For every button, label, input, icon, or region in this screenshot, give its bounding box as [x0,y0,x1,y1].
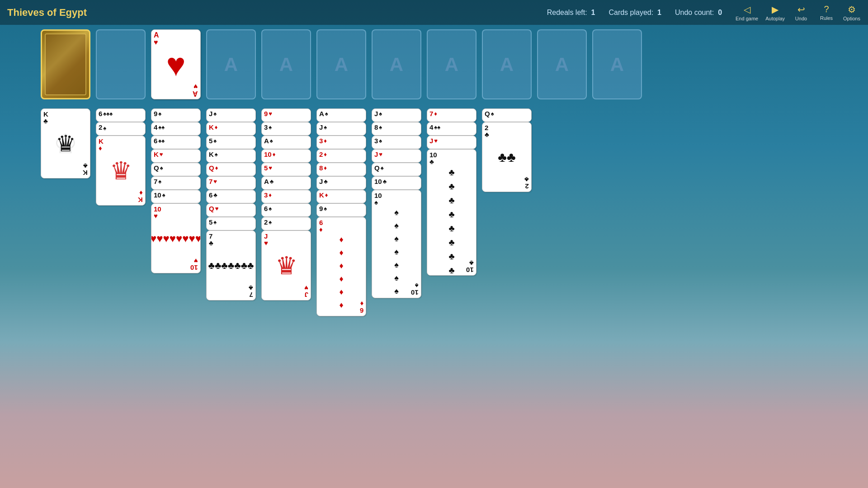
header: Thieves of Egypt Redeals left: 1 Cards p… [0,0,868,25]
c3-6s[interactable]: 6♠♠ [151,136,201,149]
c6-diamond-col[interactable]: 6♦ ♦ ♦ ♦ ♦ ♦ ♦ 6♦ [316,217,366,316]
tableau-col-5[interactable]: 9♥ 3♠ A♠ 10♦ 5♥ A♣ 3♦ 6♠ [261,108,311,425]
c8-clubs-col[interactable]: 10♣ ♣ ♣ ♣ ♣ ♣ ♣ ♣ ♣ 10♣ [427,149,476,276]
tableau-col-2[interactable]: 6 ♠♠♠ 2 ♠ K♦ K♦ ♛ [96,108,146,289]
card-back-inner [45,33,86,95]
c3-9s[interactable]: 9♠ [151,108,201,122]
foundation-slot-1[interactable] [96,29,146,99]
rules-label: Rules [820,15,833,21]
c4-ks[interactable]: K♠ [206,149,256,163]
undo-count-label: Undo count: [675,9,714,16]
foundation-row: A♥ ♥ A♥ A A A A A A A A [41,29,642,99]
cards-played-stat: Cards played: 1 [609,9,661,17]
tableau-col-9[interactable]: Q♠ 2♣ ♣♣ 2♣ [482,108,532,267]
c8-4s[interactable]: 4♠♠ [427,122,476,136]
undo-button[interactable]: ↩ Undo [792,4,810,21]
c8-jh3[interactable]: J♥ [427,136,476,149]
c5-2sp[interactable]: 2♠ [261,217,311,230]
toolbar: ◁ End game ▶ Autoplay ↩ Undo ? Rules ⚙ O… [736,4,861,21]
game-stats: Redeals left: 1 Cards played: 1 Undo cou… [547,9,722,17]
c7-js[interactable]: J♠ [372,108,421,122]
foundation-slot-4[interactable]: A [261,29,311,99]
foundation-slot-9[interactable]: A [537,29,587,99]
c7-3s[interactable]: 3♠ [372,136,421,149]
ace-center-suit: ♥ [166,46,186,83]
c6-kd2[interactable]: K♦ [316,190,366,203]
c5-9h[interactable]: 9♥ [261,108,311,122]
c5-3d[interactable]: 3♦ [261,190,311,203]
c7-jh2[interactable]: J♥ [372,149,421,163]
tableau: K♣ ♛ K♣ ♔ 6 ♠♠♠ 2 ♠ K♦ K♦ ♛ [41,108,532,425]
foundation-ace-hearts[interactable]: A♥ ♥ A♥ [151,29,201,99]
c4-7h[interactable]: 7♥ [206,176,256,190]
c4-5sp[interactable]: 5♠ [206,217,256,230]
tableau-col-4[interactable]: J♠ K♦ 5♠ K♠ Q♦ 7♥ 6♣ Q♥ [206,108,256,380]
c4-kd[interactable]: K♦ [206,122,256,136]
c6-2r[interactable]: 2♦ [316,149,366,163]
c7-qs[interactable]: Q♠ [372,163,421,176]
c5-ac[interactable]: A♣ [261,176,311,190]
c6-3r[interactable]: 3♦ [316,136,366,149]
foundation-slot-5[interactable]: A [316,29,366,99]
tableau-col-3[interactable]: 9♠ 4♠♠ 6♠♠ K♥ Q♠ 7♠ 10♠ 10♥ ♥♥♥♥♥♥♥♥♥♥ [151,108,201,334]
c3-qs[interactable]: Q♠ [151,163,201,176]
c6-as[interactable]: A♠ [316,108,366,122]
foundation-slot-10[interactable]: A [592,29,642,99]
c3-4s[interactable]: 4♠♠ [151,122,201,136]
c5-3s[interactable]: 3♠ [261,122,311,136]
c3-kh[interactable]: K♥ [151,149,201,163]
redeals-stat: Redeals left: 1 [547,9,595,17]
c5-jh[interactable]: J♥ ♛ J♥ [261,230,311,300]
tableau-col-1[interactable]: K♣ ♛ K♣ ♔ [41,108,90,244]
undo-icon: ↩ [797,4,805,15]
card-6-spades[interactable]: 6 ♠♠♠ [96,108,146,122]
tableau-col-8[interactable]: 7♦ 4♠♠ J♥ 10♣ ♣ ♣ ♣ ♣ ♣ ♣ ♣ ♣ [427,108,476,361]
autoplay-label: Autoplay [765,16,785,21]
c7-8s[interactable]: 8♠ [372,122,421,136]
c3-7s[interactable]: 7♠ [151,176,201,190]
c6-jc[interactable]: J♣ [316,176,366,190]
c4-5s[interactable]: 5♠ [206,136,256,149]
autoplay-button[interactable]: ▶ Autoplay [765,4,785,21]
options-button[interactable]: ⚙ Options [843,4,861,21]
redeals-label: Redeals left: [547,9,587,16]
c4-qh[interactable]: Q♥ [206,203,256,217]
c5-10d[interactable]: 10♦ [261,149,311,163]
c3-10h[interactable]: 10♥ ♥♥♥♥♥♥♥♥♥♥ 10♥ [151,203,201,273]
c3-10s[interactable]: 10♠ [151,190,201,203]
foundation-slot-3[interactable]: A [206,29,256,99]
end-game-label: End game [736,16,758,21]
card-2-spades[interactable]: 2 ♠ [96,122,146,136]
deck-pile[interactable] [41,29,90,99]
foundation-slot-8[interactable]: A [482,29,532,99]
c7-10s[interactable]: 10♣ [372,176,421,190]
c4-7c[interactable]: 7♣ ♣♣♣♣♣♣♣ 7♣ [206,230,256,300]
c5-as[interactable]: A♠ [261,136,311,149]
tableau-col-6[interactable]: A♠ J♠ 3♦ 2♦ 8♦ J♣ K♦ 9♠ [316,108,366,389]
cards-played-label: Cards played: [609,9,653,16]
c5-6sp[interactable]: 6♠ [261,203,311,217]
undo-count-value: 0 [718,9,722,16]
foundation-slot-7[interactable]: A [427,29,476,99]
c9-2c[interactable]: 2♣ ♣♣ 2♣ [482,122,532,192]
c6-js[interactable]: J♠ [316,122,366,136]
card-k-clubs[interactable]: K♣ ♛ K♣ ♔ [41,108,90,178]
redeals-value: 1 [591,9,595,16]
tableau-col-7[interactable]: J♠ 8♠ 3♠ J♥ Q♠ 10♣ 10♠ ♠ ♠ ♠ [372,108,421,371]
card-k-diamonds[interactable]: K♦ K♦ ♛ [96,136,146,206]
c9-qs[interactable]: Q♠ [482,108,532,122]
end-game-button[interactable]: ◁ End game [736,4,758,21]
c4-js[interactable]: J♠ [206,108,256,122]
c7-spades-col[interactable]: 10♠ ♠ ♠ ♠ ♠ ♠ ♠ ♠ 10♠ [372,190,421,298]
c8-7s[interactable]: 7♦ [427,108,476,122]
c6-8r[interactable]: 8♦ [316,163,366,176]
c4-qd[interactable]: Q♦ [206,163,256,176]
foundation-slot-6[interactable]: A [372,29,421,99]
c6-9s2[interactable]: 9♠ [316,203,366,217]
c4-6c[interactable]: 6♣ [206,190,256,203]
c5-5h[interactable]: 5♥ [261,163,311,176]
game-title: Thieves of Egypt [7,7,547,19]
autoplay-icon: ▶ [772,4,778,15]
rules-button[interactable]: ? Rules [817,4,835,21]
rules-icon: ? [824,4,829,14]
